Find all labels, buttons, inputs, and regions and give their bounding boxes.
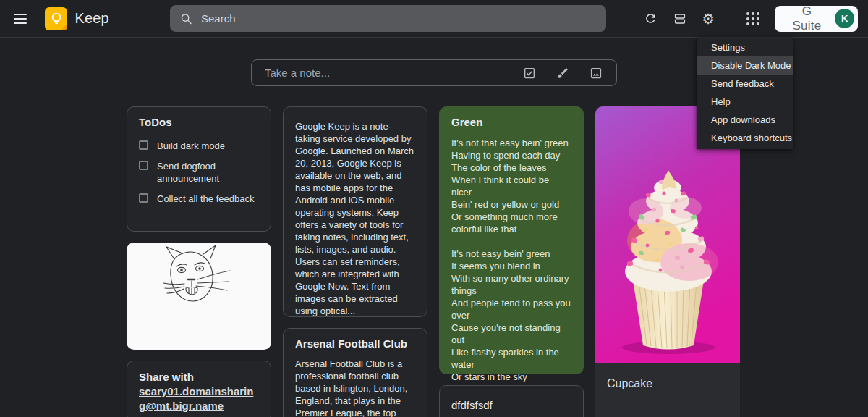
brush-icon (556, 67, 569, 80)
note-card-drawing[interactable] (127, 243, 271, 350)
share-email-link[interactable]: scary01.domainsharing@mt.bigr.name (139, 384, 259, 413)
checkbox-unchecked[interactable] (139, 193, 148, 203)
note-composer[interactable]: Take a note... (251, 59, 617, 86)
note-card-green[interactable]: Green It's not that easy bein' green Hav… (439, 106, 584, 374)
list-view-button[interactable] (665, 4, 694, 33)
menu-item-app-downloads[interactable]: App downloads (697, 111, 793, 129)
menu-item-disable-dark-mode[interactable]: Disable Dark Mode (697, 56, 793, 75)
list-view-icon (673, 12, 686, 25)
todo-label: Collect all the feedback (157, 193, 254, 205)
checkbox-icon (523, 67, 536, 80)
app-title: Keep (75, 10, 109, 27)
search-icon (180, 12, 192, 25)
note-card-share[interactable]: Share with scary01.domainsharing@mt.bigr… (127, 361, 271, 417)
new-image-note-button[interactable] (583, 60, 609, 86)
menu-item-send-feedback[interactable]: Send feedback (697, 75, 793, 93)
note-body: dfdfsfsdf (451, 399, 571, 411)
todo-label: Send dogfood announcement (157, 160, 259, 185)
google-apps-button[interactable] (739, 4, 767, 33)
search-input[interactable] (201, 12, 596, 25)
note-title: Arsenal Football Club (295, 337, 415, 350)
note-title: Cupcake (595, 363, 740, 405)
account-pill[interactable]: G Suite K (775, 6, 858, 32)
note-card-keep-info[interactable]: Google Keep is a note-taking service dev… (283, 106, 427, 317)
note-card-text[interactable]: dfdfsfsdf (439, 385, 584, 417)
checkbox-unchecked[interactable] (139, 161, 148, 170)
search-bar[interactable] (170, 5, 606, 32)
avatar: K (835, 9, 854, 28)
refresh-button[interactable] (637, 4, 665, 33)
settings-dropdown-menu: Settings Disable Dark Mode Send feedback… (697, 38, 793, 149)
refresh-icon (644, 12, 658, 25)
notes-column-1: ToDos Build dark mode Send dogfood annou… (127, 106, 271, 417)
folded-corner (61, 24, 67, 30)
notes-column-3: Green It's not that easy bein' green Hav… (439, 106, 584, 417)
notes-column-2: Google Keep is a note-taking service dev… (283, 106, 427, 417)
topbar: Keep ⚙ G Suite K (0, 0, 868, 38)
note-card-cupcake[interactable]: Cupcake (595, 106, 740, 417)
new-list-button[interactable] (516, 60, 542, 86)
new-drawing-button[interactable] (550, 60, 576, 86)
menu-item-settings[interactable]: Settings (697, 38, 793, 56)
composer-placeholder[interactable]: Take a note... (265, 67, 509, 79)
menu-item-help[interactable]: Help (697, 93, 793, 111)
note-body: It's not that easy bein' green Having to… (451, 137, 571, 383)
share-heading: Share with (139, 370, 259, 384)
hamburger-icon (14, 14, 27, 15)
gsuite-label: G Suite (786, 4, 828, 33)
todo-item: Send dogfood announcement (139, 160, 259, 185)
todo-item: Collect all the feedback (139, 193, 259, 205)
gear-icon: ⚙ (702, 12, 715, 26)
todo-label: Build dark mode (157, 140, 225, 152)
settings-button[interactable]: ⚙ (694, 4, 723, 33)
main-menu-button[interactable] (6, 4, 35, 33)
menu-item-keyboard-shortcuts[interactable]: Keyboard shortcuts (697, 129, 793, 147)
note-title: Green (451, 116, 571, 128)
note-body: Arsenal Football Club is a professional … (295, 358, 415, 417)
apps-grid-icon (746, 12, 760, 25)
keep-logo (45, 7, 68, 30)
note-title: ToDos (139, 116, 259, 128)
note-body: Google Keep is a note-taking service dev… (295, 120, 415, 317)
todo-item: Build dark mode (139, 140, 259, 152)
notes-column-4: Cupcake (595, 106, 740, 417)
note-card-arsenal[interactable]: Arsenal Football Club Arsenal Football C… (283, 328, 427, 417)
image-icon (590, 67, 603, 80)
checkbox-unchecked[interactable] (139, 140, 148, 150)
cat-sketch-drawing (127, 243, 271, 350)
note-card-todos[interactable]: ToDos Build dark mode Send dogfood annou… (127, 106, 271, 232)
